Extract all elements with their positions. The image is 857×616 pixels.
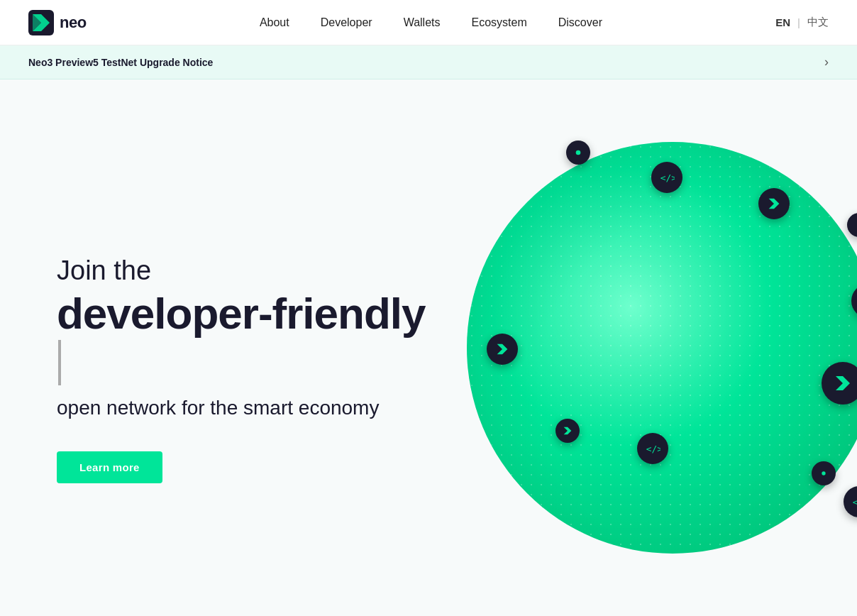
hero-left-content: Join the developer-friendly open network…	[57, 255, 426, 483]
globe-icon-1	[566, 141, 590, 165]
hero-join-text: Join the	[57, 255, 426, 287]
globe-icon-code-2: </>	[637, 433, 668, 464]
nav-link-wallets[interactable]: Wallets	[404, 16, 441, 28]
nav-logo-text: neo	[60, 13, 87, 32]
svg-text:</>: </>	[646, 444, 660, 454]
svg-point-3	[576, 150, 581, 155]
globe-icon-neo-2	[487, 334, 518, 365]
lang-divider: |	[797, 16, 800, 28]
svg-marker-9	[836, 376, 850, 390]
nav-logo[interactable]: neo	[28, 10, 87, 35]
globe-icon-code-3: </>	[844, 486, 857, 517]
lang-zh[interactable]: 中文	[807, 16, 829, 29]
nav-link-about[interactable]: About	[260, 16, 289, 28]
hero-section: Join the developer-friendly open network…	[0, 79, 857, 616]
navbar: neo About Developer Wallets Ecosystem Di…	[0, 0, 857, 45]
notice-arrow[interactable]: ›	[824, 55, 829, 70]
globe-icon-10	[812, 461, 836, 485]
cursor-blink	[58, 340, 61, 385]
hero-title: developer-friendly	[57, 290, 426, 386]
svg-text:</>: </>	[660, 172, 675, 183]
nav-link-ecosystem[interactable]: Ecosystem	[472, 16, 527, 28]
svg-text:</>: </>	[853, 497, 857, 507]
nav-link-developer[interactable]: Developer	[321, 16, 372, 28]
notice-text: Neo3 Preview5 TestNet Upgrade Notice	[28, 57, 213, 68]
svg-marker-5	[769, 199, 780, 209]
svg-marker-10	[564, 427, 572, 435]
globe-circle	[467, 142, 857, 554]
globe-overlay	[467, 142, 857, 554]
nav-language-switcher: EN | 中文	[775, 16, 829, 29]
globe-container: </>	[446, 121, 857, 575]
nav-links: About Developer Wallets Ecosystem Discov…	[260, 16, 602, 29]
globe-icon-4	[847, 213, 857, 237]
svg-point-12	[822, 471, 825, 475]
lang-en[interactable]: EN	[775, 16, 790, 28]
globe-icon-neo-1	[758, 188, 790, 219]
learn-more-button[interactable]: Learn more	[57, 451, 162, 483]
nav-link-discover[interactable]: Discover	[558, 16, 602, 28]
hero-subtitle: open network for the smart economy	[57, 395, 426, 421]
svg-marker-8	[497, 344, 508, 355]
notice-banner[interactable]: Neo3 Preview5 TestNet Upgrade Notice ›	[0, 45, 857, 79]
hero-globe: </>	[446, 121, 857, 575]
globe-icon-code-1: </>	[651, 162, 682, 193]
globe-icon-neo-4	[555, 419, 580, 443]
